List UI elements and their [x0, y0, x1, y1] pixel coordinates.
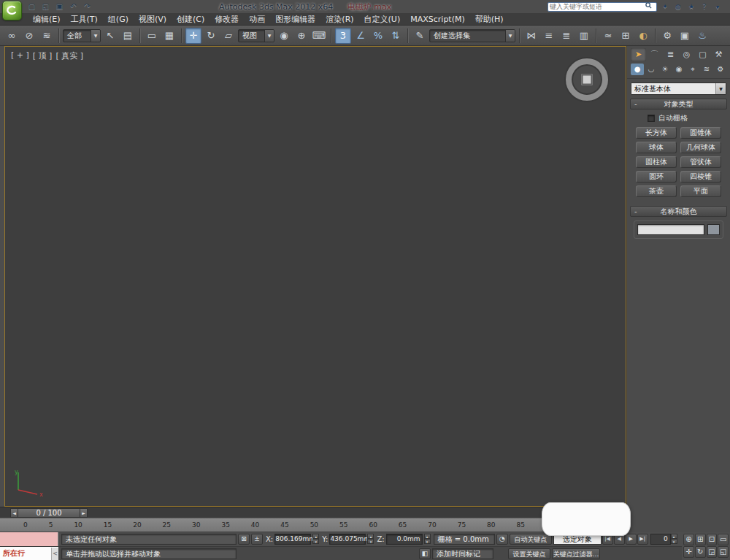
menu-graph-editors[interactable]: 图形编辑器 — [270, 13, 320, 26]
communication-center-icon[interactable]: ◍ — [673, 2, 683, 12]
y-coordinate-input[interactable]: 436.075mm — [329, 534, 366, 545]
spinner-down-icon[interactable]: ▾ — [367, 539, 374, 544]
current-frame-input[interactable]: 0 — [650, 534, 671, 545]
default-tangent-icon[interactable]: ◔ — [496, 534, 508, 545]
play-animation-icon[interactable]: ▶ — [626, 534, 637, 545]
category-shapes-icon[interactable]: ◡ — [645, 64, 658, 75]
graphite-modeling-icon[interactable]: ▥ — [576, 28, 592, 44]
favorites-icon[interactable]: ★ — [686, 2, 696, 12]
subscription-icon[interactable]: ✦ — [660, 2, 670, 12]
object-color-swatch[interactable] — [707, 224, 720, 235]
tube-button[interactable]: 管状体 — [680, 156, 721, 168]
save-file-icon[interactable]: ▣ — [54, 1, 65, 12]
z-coordinate-input[interactable]: 0.0mm — [386, 534, 423, 545]
time-slider-value[interactable]: 0 / 100 — [18, 508, 80, 518]
new-scene-icon[interactable]: ▢ — [26, 1, 37, 12]
tab-utilities[interactable]: ⚒ — [711, 48, 726, 61]
viewport-pov-menu[interactable]: [ 顶 ] — [33, 50, 53, 61]
tab-create[interactable]: ➤ — [631, 48, 646, 61]
object-name-input[interactable] — [637, 224, 704, 235]
bind-to-space-warp-icon[interactable]: ≋ — [39, 28, 55, 44]
select-and-move-icon[interactable]: ✛ — [185, 28, 201, 44]
cylinder-button[interactable]: 圆柱体 — [636, 156, 677, 168]
select-and-link-icon[interactable]: ∞ — [4, 28, 20, 44]
search-input[interactable] — [550, 3, 643, 10]
viewport-general-menu[interactable]: [ + ] — [11, 50, 29, 61]
absolute-offset-mode-icon[interactable]: ± — [251, 534, 263, 545]
zoom-extents-all-icon[interactable]: ⊡ — [707, 534, 718, 545]
geosphere-button[interactable]: 几何球体 — [680, 142, 721, 153]
menu-tools[interactable]: 工具(T) — [66, 13, 103, 26]
menu-rendering[interactable]: 渲染(R) — [320, 13, 358, 26]
cone-button[interactable]: 圆锥体 — [680, 127, 721, 139]
rendered-frame-window-icon[interactable]: ▣ — [677, 28, 693, 44]
tab-motion[interactable]: ◎ — [679, 48, 694, 61]
chevron-down-icon[interactable]: ▼ — [712, 2, 723, 12]
menu-create[interactable]: 创建(C) — [172, 13, 210, 26]
use-pivot-point-center-icon[interactable]: ◉ — [276, 28, 292, 44]
previous-frame-arrow-icon[interactable]: ◄ — [10, 508, 18, 518]
mirror-icon[interactable]: ⋈ — [523, 28, 539, 44]
select-and-scale-icon[interactable]: ▱ — [220, 28, 237, 44]
zoom-icon[interactable]: ⊕ — [683, 534, 694, 545]
material-editor-icon[interactable]: ◐ — [635, 28, 651, 44]
menu-group[interactable]: 组(G) — [103, 13, 134, 26]
z-spinner[interactable]: ▴ ▾ — [424, 534, 431, 545]
set-key-button[interactable]: 设置关键点 — [508, 548, 550, 559]
selection-lock-icon[interactable]: ⊠ — [238, 534, 250, 545]
undo-icon[interactable]: ↶ — [68, 1, 79, 12]
select-object-icon[interactable]: ↖ — [102, 28, 118, 44]
schematic-view-icon[interactable]: ⊞ — [618, 28, 634, 44]
category-systems-icon[interactable]: ⚙ — [714, 64, 727, 75]
rectangular-selection-region-icon[interactable]: ▭ — [144, 28, 160, 44]
sphere-button[interactable]: 球体 — [636, 142, 677, 153]
align-icon[interactable]: ≡ — [541, 28, 557, 44]
edit-named-selection-sets-icon[interactable]: ✎ — [412, 28, 428, 44]
tab-hierarchy[interactable]: ≣ — [663, 48, 678, 61]
category-cameras-icon[interactable]: ◉ — [672, 64, 685, 75]
spinner-snap-icon[interactable]: ⇅ — [388, 28, 404, 44]
spinner-up-icon[interactable]: ▴ — [671, 534, 677, 539]
category-lights-icon[interactable]: ☀ — [658, 64, 672, 75]
frame-spinner[interactable]: ▴ ▾ — [671, 534, 677, 545]
add-time-tag[interactable]: 添加时间标记 — [432, 548, 493, 559]
maximize-viewport-toggle-icon[interactable]: ◱ — [718, 546, 729, 558]
tab-modify[interactable]: ⌒ — [647, 48, 662, 61]
keyboard-shortcut-override-icon[interactable]: ⌨ — [311, 28, 327, 44]
redo-icon[interactable]: ↷ — [82, 1, 93, 12]
category-space-warps-icon[interactable]: ≋ — [700, 64, 713, 75]
time-tag-icon[interactable]: ◧ — [419, 548, 431, 559]
reference-coordinate-dropdown[interactable]: 视图 ▼ — [238, 29, 274, 42]
category-helpers-icon[interactable]: ⌖ — [686, 64, 699, 75]
teapot-button[interactable]: 茶壶 — [636, 185, 677, 197]
selection-filter-dropdown[interactable]: 全部 ▼ — [63, 29, 101, 42]
zoom-extents-selected-icon[interactable]: ◲ — [707, 546, 718, 558]
tab-display[interactable]: ▢ — [695, 48, 710, 61]
percent-snap-icon[interactable]: % — [370, 28, 386, 44]
y-spinner[interactable]: ▴ ▾ — [367, 534, 374, 545]
object-type-rollout-header[interactable]: - 对象类型 — [630, 99, 727, 110]
pyramid-button[interactable]: 四棱锥 — [680, 171, 721, 183]
named-selection-sets-dropdown[interactable]: 创建选择集 ▼ — [429, 29, 515, 42]
x-spinner[interactable]: ▴ ▾ — [312, 534, 319, 545]
render-production-icon[interactable]: ♨ — [694, 28, 710, 44]
curve-editor-icon[interactable]: ≈ — [600, 28, 616, 44]
key-filters-button[interactable]: 关键点过滤器... — [552, 548, 600, 559]
x-coordinate-input[interactable]: 806.169mm — [274, 534, 311, 545]
next-frame-arrow-icon[interactable]: ► — [80, 508, 88, 518]
spinner-up-icon[interactable]: ▴ — [424, 534, 431, 539]
spinner-up-icon[interactable]: ▴ — [312, 534, 319, 539]
autogrid-checkbox[interactable] — [648, 115, 655, 122]
category-geometry-icon[interactable]: ● — [631, 64, 644, 75]
viewport-shading-menu[interactable]: [ 真实 ] — [55, 50, 83, 61]
orbit-icon[interactable]: ↻ — [695, 546, 706, 558]
select-and-manipulate-icon[interactable]: ⊕ — [293, 28, 310, 44]
torus-button[interactable]: 圆环 — [636, 171, 677, 183]
listener-scroll-icon[interactable]: < — [51, 548, 58, 560]
maxscript-mini-listener[interactable] — [0, 532, 58, 546]
box-button[interactable]: 长方体 — [636, 127, 677, 139]
open-file-icon[interactable]: ◱ — [40, 1, 51, 12]
track-bar[interactable]: 0 5 10 15 20 25 30 35 40 45 50 55 60 65 … — [0, 518, 626, 532]
window-crossing-icon[interactable]: ▦ — [161, 28, 177, 44]
zoom-region-icon[interactable]: ▭ — [718, 534, 729, 545]
